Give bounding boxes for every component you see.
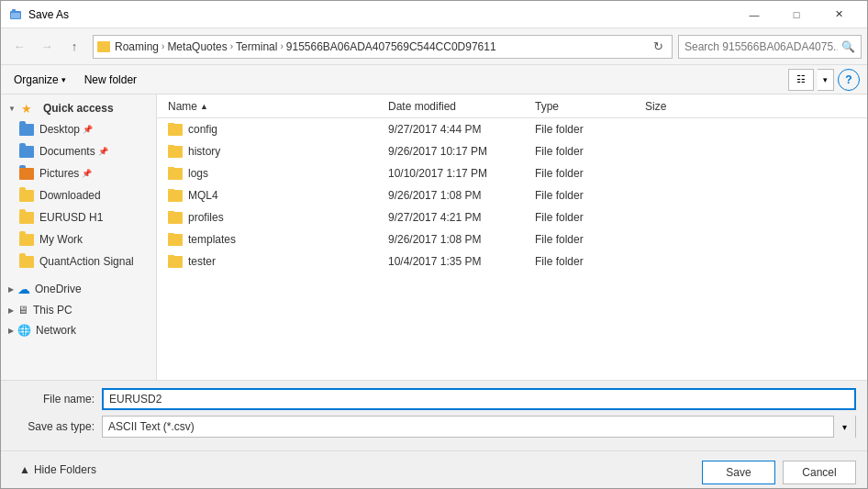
svg-rect-1 bbox=[12, 9, 16, 11]
forward-button[interactable]: → bbox=[34, 34, 60, 60]
breadcrumb-folder-icon bbox=[97, 41, 110, 52]
file-date: 9/26/2017 1:08 PM bbox=[388, 189, 535, 202]
save-as-dialog: Save As — □ ✕ ← → ↑ Roaming › MetaQuotes… bbox=[0, 0, 868, 489]
pictures-icon bbox=[19, 167, 34, 180]
view-button[interactable]: ☷ bbox=[788, 69, 814, 91]
size-column-header[interactable]: Size bbox=[645, 100, 718, 113]
folder-icon bbox=[168, 256, 183, 268]
breadcrumb-part-4: 915566BA06ADA407569C544CC0D97611 bbox=[286, 40, 496, 53]
file-name: tester bbox=[188, 255, 216, 268]
table-row[interactable]: history 9/26/2017 10:17 PM File folder bbox=[157, 140, 867, 162]
bottom-bar: ▲ Hide Folders Save Cancel bbox=[1, 450, 867, 488]
filename-input[interactable] bbox=[102, 388, 856, 410]
sidebar-item-quantaction-label: QuantAction Signal bbox=[39, 255, 134, 268]
network-label: Network bbox=[36, 324, 76, 337]
mywork-icon bbox=[19, 233, 34, 246]
file-type: File folder bbox=[535, 123, 645, 136]
bottom-panel: File name: Save as type: ASCII Text (*.c… bbox=[1, 380, 867, 450]
file-name: MQL4 bbox=[188, 189, 218, 202]
help-button[interactable]: ? bbox=[838, 69, 860, 91]
table-row[interactable]: config 9/27/2017 4:44 PM File folder bbox=[157, 118, 867, 140]
documents-icon bbox=[19, 145, 34, 158]
search-box[interactable]: 🔍 bbox=[678, 35, 862, 59]
sidebar-item-downloaded[interactable]: Downloaded bbox=[1, 184, 156, 206]
breadcrumb-part-3: Terminal bbox=[236, 40, 277, 53]
file-name: logs bbox=[188, 167, 208, 180]
back-button[interactable]: ← bbox=[6, 34, 32, 60]
close-button[interactable]: ✕ bbox=[818, 1, 860, 28]
window-title: Save As bbox=[28, 8, 733, 21]
window-icon bbox=[8, 7, 23, 22]
address-bar[interactable]: Roaming › MetaQuotes › Terminal › 915566… bbox=[93, 35, 673, 59]
new-folder-button[interactable]: New folder bbox=[79, 71, 142, 89]
sidebar-item-quantaction[interactable]: QuantAction Signal bbox=[1, 250, 156, 272]
file-type: File folder bbox=[535, 145, 645, 158]
onedrive-icon: ☁ bbox=[17, 282, 30, 296]
up-button[interactable]: ↑ bbox=[61, 34, 87, 60]
quick-access-header[interactable]: ▼ ★ Quick access bbox=[1, 98, 156, 118]
sidebar-item-pictures-label: Pictures bbox=[39, 167, 79, 180]
thispc-icon: 🖥 bbox=[17, 304, 28, 317]
search-input[interactable] bbox=[684, 40, 838, 53]
file-name: history bbox=[188, 145, 220, 158]
save-button[interactable]: Save bbox=[702, 461, 775, 484]
documents-pin-icon: 📌 bbox=[98, 147, 108, 156]
quantaction-icon bbox=[19, 255, 34, 268]
sidebar-item-documents[interactable]: Documents 📌 bbox=[1, 140, 156, 162]
cancel-button[interactable]: Cancel bbox=[783, 461, 856, 484]
thispc-item[interactable]: ▶ 🖥 This PC bbox=[1, 300, 156, 320]
type-column-header[interactable]: Type bbox=[535, 100, 645, 113]
thispc-arrow: ▶ bbox=[8, 306, 14, 315]
sidebar: ▼ ★ Quick access Desktop 📌 Documents 📌 bbox=[1, 94, 157, 380]
view-icon: ☷ bbox=[796, 73, 806, 85]
file-type: File folder bbox=[535, 167, 645, 180]
address-toolbar: ← → ↑ Roaming › MetaQuotes › Terminal › … bbox=[1, 28, 867, 65]
file-type: File folder bbox=[535, 189, 645, 202]
hide-folders-arrow-icon: ▲ bbox=[19, 463, 30, 476]
file-type: File folder bbox=[535, 211, 645, 224]
sidebar-item-pictures[interactable]: Pictures 📌 bbox=[1, 162, 156, 184]
quick-access-label: Quick access bbox=[43, 102, 114, 115]
breadcrumb: Roaming › MetaQuotes › Terminal › 915566… bbox=[97, 40, 648, 53]
file-date: 9/26/2017 1:08 PM bbox=[388, 233, 535, 246]
table-row[interactable]: tester 10/4/2017 1:35 PM File folder bbox=[157, 250, 867, 272]
breadcrumb-part-2: MetaQuotes bbox=[167, 40, 227, 53]
filetype-value: ASCII Text (*.csv) bbox=[103, 420, 833, 433]
desktop-icon bbox=[19, 123, 34, 136]
folder-icon bbox=[168, 146, 183, 158]
sidebar-item-desktop-label: Desktop bbox=[39, 123, 80, 136]
desktop-pin-icon: 📌 bbox=[83, 125, 93, 134]
sidebar-item-mywork[interactable]: My Work bbox=[1, 228, 156, 250]
table-row[interactable]: MQL4 9/26/2017 1:08 PM File folder bbox=[157, 184, 867, 206]
content-area: Name ▲ Date modified Type Size conf bbox=[157, 94, 867, 380]
table-row[interactable]: profiles 9/27/2017 4:21 PM File folder bbox=[157, 206, 867, 228]
table-row[interactable]: templates 9/26/2017 1:08 PM File folder bbox=[157, 228, 867, 250]
name-column-header[interactable]: Name ▲ bbox=[168, 100, 388, 113]
sidebar-item-mywork-label: My Work bbox=[39, 233, 83, 246]
table-row[interactable]: logs 10/10/2017 1:17 PM File folder bbox=[157, 162, 867, 184]
sidebar-item-desktop[interactable]: Desktop 📌 bbox=[1, 118, 156, 140]
network-icon: 🌐 bbox=[17, 324, 31, 337]
downloaded-icon bbox=[19, 189, 34, 202]
refresh-button[interactable]: ↻ bbox=[648, 37, 668, 57]
network-item[interactable]: ▶ 🌐 Network bbox=[1, 320, 156, 340]
hide-folders-button[interactable]: ▲ Hide Folders bbox=[12, 460, 104, 480]
view-chevron-icon: ▾ bbox=[823, 75, 828, 84]
sidebar-item-eurusd[interactable]: EURUSD H1 bbox=[1, 206, 156, 228]
date-column-header[interactable]: Date modified bbox=[388, 100, 535, 113]
filetype-arrow-button[interactable]: ▾ bbox=[833, 416, 855, 438]
file-date: 9/27/2017 4:44 PM bbox=[388, 123, 535, 136]
filetype-select[interactable]: ASCII Text (*.csv) ▾ bbox=[102, 416, 856, 438]
toolbar-right: ☷ ▾ ? bbox=[788, 69, 860, 91]
file-date: 10/4/2017 1:35 PM bbox=[388, 255, 535, 268]
organize-button[interactable]: Organize ▾ bbox=[8, 71, 72, 89]
eurusd-icon bbox=[19, 211, 34, 224]
svg-rect-2 bbox=[11, 13, 20, 18]
onedrive-item[interactable]: ▶ ☁ OneDrive bbox=[1, 278, 156, 300]
minimize-button[interactable]: — bbox=[733, 1, 775, 28]
organize-toolbar: Organize ▾ New folder ☷ ▾ ? bbox=[1, 65, 867, 94]
maximize-button[interactable]: □ bbox=[775, 1, 818, 28]
onedrive-label: OneDrive bbox=[35, 283, 82, 295]
file-name: templates bbox=[188, 233, 236, 246]
view-arrow-button[interactable]: ▾ bbox=[818, 69, 834, 91]
